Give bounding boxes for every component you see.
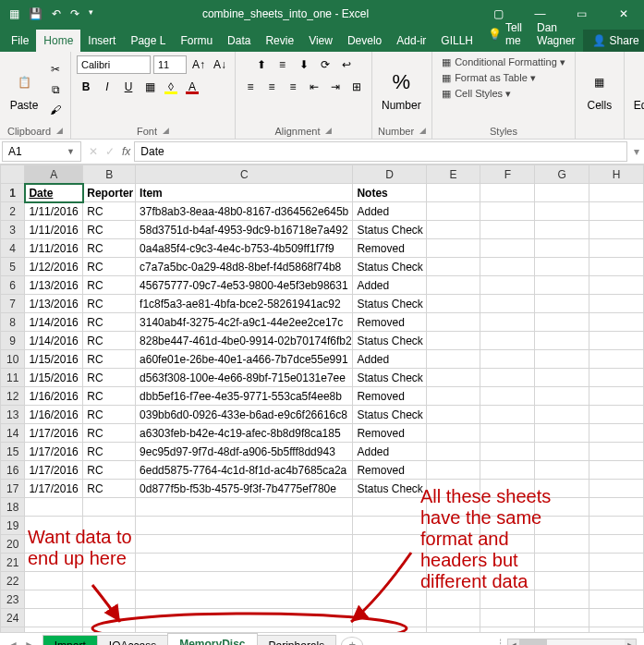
cell[interactable] (589, 517, 644, 535)
row-header[interactable]: 22 (1, 572, 25, 590)
cell[interactable] (426, 517, 480, 535)
cell[interactable]: 1/16/2016 (25, 387, 83, 406)
cell[interactable] (480, 535, 535, 554)
row-header[interactable]: 12 (1, 387, 25, 406)
cell[interactable] (353, 609, 426, 627)
cell[interactable] (480, 332, 535, 350)
format-table-button[interactable]: ▦Format as Table ▾ (438, 71, 540, 85)
cell[interactable] (480, 258, 535, 276)
cell[interactable] (83, 517, 136, 535)
sheet-nav-prev[interactable]: ◄ (7, 639, 18, 646)
user-name[interactable]: Dan Wagner (529, 17, 583, 52)
cell[interactable]: RC (83, 202, 136, 221)
cell[interactable] (480, 480, 535, 498)
cell[interactable]: RC (83, 276, 136, 295)
cell[interactable] (535, 498, 589, 517)
col-header-h[interactable]: H (589, 165, 644, 184)
cell[interactable]: 1/14/2016 (25, 332, 83, 350)
cell[interactable] (480, 627, 535, 633)
cell[interactable] (426, 313, 480, 332)
cell[interactable]: d563f308-100e-4e66-89bf-715e0131e7ee (136, 369, 353, 387)
cell[interactable] (589, 627, 644, 633)
cell[interactable] (589, 221, 644, 239)
cell[interactable]: 1/11/2016 (25, 221, 83, 239)
cell[interactable]: RC (83, 313, 136, 332)
cell[interactable] (589, 258, 644, 276)
cell[interactable] (426, 498, 480, 517)
bold-button[interactable]: B (77, 78, 95, 96)
cell[interactable] (589, 424, 644, 443)
cell[interactable] (589, 202, 644, 221)
cell[interactable] (480, 184, 535, 202)
cell[interactable] (535, 295, 589, 313)
cell[interactable] (426, 480, 480, 498)
cell[interactable]: RC (83, 480, 136, 498)
cell[interactable] (535, 350, 589, 369)
cell[interactable]: 1/15/2016 (25, 350, 83, 369)
col-header-b[interactable]: B (83, 165, 136, 184)
cell[interactable]: 1/11/2016 (25, 202, 83, 221)
cell[interactable]: 3140ab4f-3275-4c2f-a9c1-44e2ee2ce17c (136, 313, 353, 332)
row-header[interactable]: 3 (1, 221, 25, 239)
cell[interactable] (83, 590, 136, 609)
redo-icon[interactable]: ↷ (70, 7, 79, 20)
cell[interactable] (535, 572, 589, 590)
cell[interactable] (25, 517, 83, 535)
cell[interactable] (480, 350, 535, 369)
cell[interactable] (25, 609, 83, 627)
scroll-thumb[interactable] (519, 639, 547, 646)
cell[interactable] (83, 572, 136, 590)
font-name-select[interactable] (77, 55, 151, 74)
cell[interactable]: f1c8f5a3-ae81-4bfa-bce2-58261941ac92 (136, 295, 353, 313)
cell[interactable] (426, 461, 480, 480)
cell[interactable] (25, 572, 83, 590)
cell[interactable] (426, 332, 480, 350)
row-header[interactable]: 5 (1, 258, 25, 276)
row-header[interactable]: 24 (1, 609, 25, 627)
cell[interactable]: 0a4a85f4-c9c3-4e4c-b753-4b509ff1f7f9 (136, 239, 353, 258)
cell[interactable] (480, 221, 535, 239)
cell[interactable]: 58d3751d-b4af-4953-9dc9-b16718e7a492 (136, 221, 353, 239)
cell[interactable] (535, 461, 589, 480)
col-header-a[interactable]: A (25, 165, 83, 184)
cell[interactable] (535, 276, 589, 295)
cell[interactable] (426, 627, 480, 633)
cell[interactable]: Removed (353, 461, 426, 480)
cell[interactable]: RC (83, 295, 136, 313)
row-header[interactable]: 14 (1, 424, 25, 443)
cell[interactable] (535, 609, 589, 627)
cell[interactable]: 6edd5875-7764-4c1d-8f1d-ac4b7685ca2a (136, 461, 353, 480)
tab-view[interactable]: View (301, 30, 340, 52)
cell[interactable] (426, 221, 480, 239)
cell[interactable]: 1/11/2016 (25, 239, 83, 258)
tab-developer[interactable]: Develo (340, 30, 389, 52)
cell[interactable]: Added (353, 350, 426, 369)
formula-bar[interactable] (134, 141, 627, 162)
cell[interactable] (535, 480, 589, 498)
cell[interactable] (589, 461, 644, 480)
cell[interactable] (426, 202, 480, 221)
cell[interactable] (589, 572, 644, 590)
cell[interactable] (480, 590, 535, 609)
row-header[interactable]: 4 (1, 239, 25, 258)
cell[interactable] (136, 517, 353, 535)
cell[interactable] (535, 627, 589, 633)
cell[interactable] (535, 258, 589, 276)
cell[interactable]: Added (353, 276, 426, 295)
cell[interactable] (535, 202, 589, 221)
cell[interactable] (426, 424, 480, 443)
cell[interactable] (535, 517, 589, 535)
font-size-select[interactable] (153, 55, 187, 74)
cell[interactable] (535, 369, 589, 387)
cell[interactable] (480, 313, 535, 332)
cell[interactable] (353, 554, 426, 572)
cell[interactable] (589, 313, 644, 332)
cell[interactable]: Status Check (353, 221, 426, 239)
tab-custom[interactable]: GILLH (433, 30, 480, 52)
cell[interactable] (535, 387, 589, 406)
tab-split-handle[interactable]: ┊ (497, 639, 504, 646)
cell[interactable]: 0d877f5b-f53b-4575-9f3f-7b4775ef780e (136, 480, 353, 498)
cell[interactable]: RC (83, 332, 136, 350)
cell[interactable]: dbb5ef16-f7ee-4e35-9771-553ca5f4ee8b (136, 387, 353, 406)
orientation-button[interactable]: ⟳ (316, 55, 334, 74)
